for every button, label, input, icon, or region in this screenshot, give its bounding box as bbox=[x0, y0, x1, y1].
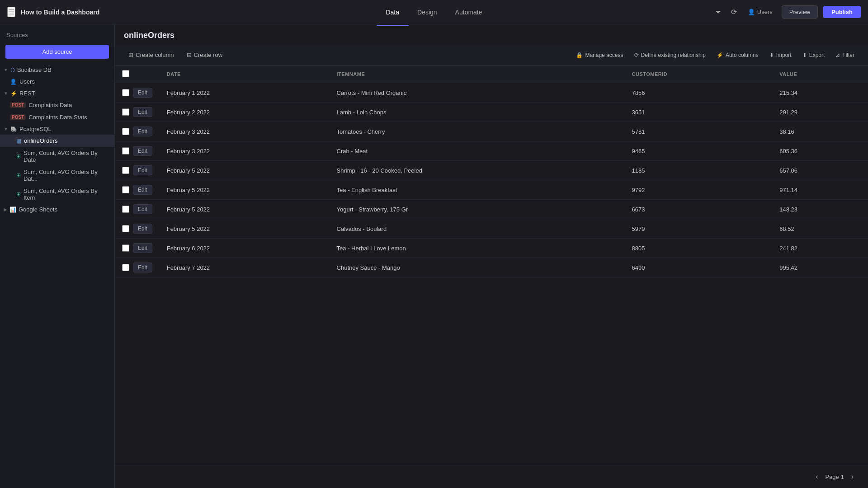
row-checkbox[interactable] bbox=[122, 225, 129, 232]
sidebar-item-sum-count-date[interactable]: ⊞ Sum, Count, AVG Orders By Date bbox=[0, 147, 114, 166]
sidebar-item-postgresql[interactable]: ▼ 🐘 PostgreSQL bbox=[0, 123, 114, 135]
import-button[interactable]: ⬇ Import bbox=[765, 50, 796, 61]
sidebar-label-sum-count-item: Sum, Count, AVG Orders By Item bbox=[24, 188, 110, 201]
edit-row-button[interactable]: Edit bbox=[133, 146, 152, 156]
menu-icon[interactable]: ☰ bbox=[7, 7, 15, 17]
filter-icon: ⊿ bbox=[835, 52, 840, 58]
sidebar-item-complaints-data[interactable]: POST Complaints Data bbox=[0, 99, 114, 111]
table-row: Edit February 2 2022 Lamb - Loin Chops 3… bbox=[115, 103, 868, 122]
post-badge: POST bbox=[10, 102, 26, 108]
table-row: Edit February 3 2022 Crab - Meat 9465 60… bbox=[115, 141, 868, 161]
sidebar-label-sum-count-date: Sum, Count, AVG Orders By Date bbox=[24, 150, 110, 163]
edit-row-button[interactable]: Edit bbox=[133, 107, 152, 117]
select-all-checkbox[interactable] bbox=[122, 70, 129, 77]
sidebar-item-sum-count-dat2[interactable]: ⊞ Sum, Count, AVG Orders By Dat... bbox=[0, 166, 114, 185]
export-button[interactable]: ⬆ Export bbox=[798, 50, 830, 61]
nav-tabs: Data Design Automate bbox=[377, 6, 491, 19]
users-button[interactable]: 👤 Users bbox=[744, 7, 776, 17]
sidebar-item-rest[interactable]: ▼ ⚡ REST bbox=[0, 88, 114, 99]
publish-button[interactable]: Publish bbox=[823, 6, 861, 18]
manage-access-button[interactable]: 🔒 Manage access bbox=[571, 50, 627, 61]
data-table: DATE ITEMNAME CUSTOMERID VALUE Edit Febr… bbox=[115, 66, 868, 277]
row-checkbox[interactable] bbox=[122, 186, 129, 193]
create-column-button[interactable]: ⊞ Create column bbox=[124, 49, 179, 61]
edit-row-button[interactable]: Edit bbox=[133, 204, 152, 214]
content-area: onlineOrders ⊞ Create column ⊟ Create ro… bbox=[115, 24, 868, 488]
td-itemname: Tea - English Breakfast bbox=[330, 180, 625, 200]
th-itemname[interactable]: ITEMNAME bbox=[330, 66, 625, 83]
sidebar-label-budibase-db: Budibase DB bbox=[17, 66, 52, 73]
sidebar-label-complaints-data: Complaints Data bbox=[28, 102, 72, 108]
td-controls: Edit bbox=[115, 219, 160, 239]
preview-button[interactable]: Preview bbox=[782, 5, 818, 19]
sidebar-item-users[interactable]: 👤 Users bbox=[0, 75, 114, 88]
edit-row-button[interactable]: Edit bbox=[133, 243, 152, 253]
td-value: 148.23 bbox=[772, 200, 868, 219]
td-date: February 2 2022 bbox=[160, 103, 330, 122]
app-title: How to Build a Dashboard bbox=[21, 9, 713, 16]
td-value: 241.82 bbox=[772, 239, 868, 258]
td-value: 995.42 bbox=[772, 258, 868, 277]
view-icon: ⊞ bbox=[16, 153, 21, 160]
row-checkbox[interactable] bbox=[122, 264, 129, 271]
th-date[interactable]: DATE bbox=[160, 66, 330, 83]
edit-row-button[interactable]: Edit bbox=[133, 263, 152, 272]
tab-automate[interactable]: Automate bbox=[446, 6, 491, 19]
next-page-button[interactable]: › bbox=[848, 471, 857, 483]
row-checkbox[interactable] bbox=[122, 128, 129, 135]
sidebar-label-google-sheets: Google Sheets bbox=[19, 206, 57, 213]
td-customerid: 6673 bbox=[625, 200, 773, 219]
row-checkbox[interactable] bbox=[122, 244, 129, 252]
sidebar-item-google-sheets[interactable]: ▶ 📊 Google Sheets bbox=[0, 204, 114, 215]
sidebar-label-onlineorders: onlineOrders bbox=[24, 137, 57, 144]
th-value[interactable]: VALUE bbox=[772, 66, 868, 83]
view-icon: ⊞ bbox=[16, 172, 21, 178]
sidebar-item-budibase-db[interactable]: ▼ ⬡ Budibase DB bbox=[0, 64, 114, 75]
define-relationship-button[interactable]: ⟳ Define existing relationship bbox=[630, 50, 710, 61]
edit-row-button[interactable]: Edit bbox=[133, 185, 152, 195]
row-checkbox[interactable] bbox=[122, 108, 129, 116]
table-row: Edit February 5 2022 Tea - English Break… bbox=[115, 180, 868, 200]
row-checkbox[interactable] bbox=[122, 147, 129, 155]
row-checkbox[interactable] bbox=[122, 89, 129, 96]
td-date: February 3 2022 bbox=[160, 141, 330, 161]
add-source-button[interactable]: Add source bbox=[5, 45, 109, 59]
td-date: February 5 2022 bbox=[160, 219, 330, 239]
row-checkbox[interactable] bbox=[122, 167, 129, 174]
edit-row-button[interactable]: Edit bbox=[133, 88, 152, 98]
chevron-icon: ▼ bbox=[4, 127, 8, 131]
lock-icon: 🔒 bbox=[576, 52, 583, 58]
google-icon: 📊 bbox=[9, 206, 16, 213]
td-date: February 3 2022 bbox=[160, 122, 330, 141]
filter-button[interactable]: ⊿ Filter bbox=[831, 50, 859, 61]
sidebar-item-sum-count-item[interactable]: ⊞ Sum, Count, AVG Orders By Item bbox=[0, 185, 114, 204]
import-icon: ⬇ bbox=[769, 52, 774, 58]
table-row: Edit February 5 2022 Calvados - Boulard … bbox=[115, 219, 868, 239]
settings-icon[interactable]: ⟳ bbox=[729, 6, 739, 18]
td-customerid: 3651 bbox=[625, 103, 773, 122]
sidebar-item-onlineorders[interactable]: ▦ onlineOrders bbox=[0, 135, 114, 147]
edit-row-button[interactable]: Edit bbox=[133, 165, 152, 175]
th-customerid[interactable]: CUSTOMERID bbox=[625, 66, 773, 83]
auto-columns-button[interactable]: ⚡ Auto columns bbox=[712, 50, 763, 61]
sidebar-item-complaints-data-stats[interactable]: POST Complaints Data Stats bbox=[0, 111, 114, 123]
td-date: February 1 2022 bbox=[160, 83, 330, 103]
sources-label: Sources bbox=[0, 24, 114, 42]
tab-design[interactable]: Design bbox=[408, 6, 446, 19]
td-itemname: Shrimp - 16 - 20 Cooked, Peeled bbox=[330, 161, 625, 180]
row-checkbox[interactable] bbox=[122, 206, 129, 213]
td-value: 971.14 bbox=[772, 180, 868, 200]
table-title: onlineOrders bbox=[115, 24, 868, 45]
edit-row-button[interactable]: Edit bbox=[133, 127, 152, 136]
table-row: Edit February 5 2022 Shrimp - 16 - 20 Co… bbox=[115, 161, 868, 180]
edit-row-button[interactable]: Edit bbox=[133, 224, 152, 234]
create-column-icon: ⊞ bbox=[128, 52, 133, 58]
tab-data[interactable]: Data bbox=[377, 6, 408, 19]
td-date: February 7 2022 bbox=[160, 258, 330, 277]
td-itemname: Lamb - Loin Chops bbox=[330, 103, 625, 122]
table-header-row: DATE ITEMNAME CUSTOMERID VALUE bbox=[115, 66, 868, 83]
table-row: Edit February 3 2022 Tomatoes - Cherry 5… bbox=[115, 122, 868, 141]
prev-page-button[interactable]: ‹ bbox=[812, 471, 821, 483]
create-row-button[interactable]: ⊟ Create row bbox=[182, 49, 227, 61]
save-icon[interactable]: ⏷ bbox=[713, 6, 724, 18]
